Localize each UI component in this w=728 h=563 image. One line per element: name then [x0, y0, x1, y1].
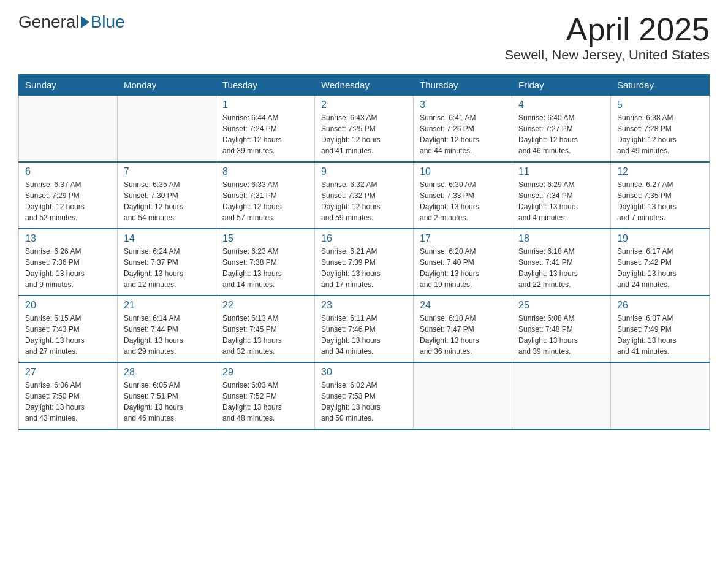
day-number: 12	[617, 166, 703, 177]
day-number: 1	[222, 99, 308, 110]
day-number: 14	[124, 233, 210, 244]
day-info: Sunrise: 6:06 AM Sunset: 7:50 PM Dayligh…	[25, 380, 111, 424]
logo[interactable]: General Blue	[18, 12, 125, 32]
logo-blue-text: Blue	[91, 12, 125, 32]
calendar-cell: 20Sunrise: 6:15 AM Sunset: 7:43 PM Dayli…	[19, 296, 118, 362]
header-wednesday: Wednesday	[315, 75, 414, 96]
calendar-cell: 26Sunrise: 6:07 AM Sunset: 7:49 PM Dayli…	[611, 296, 710, 362]
day-info: Sunrise: 6:15 AM Sunset: 7:43 PM Dayligh…	[25, 313, 111, 357]
calendar-cell: 14Sunrise: 6:24 AM Sunset: 7:37 PM Dayli…	[118, 229, 216, 296]
calendar-cell: 5Sunrise: 6:38 AM Sunset: 7:28 PM Daylig…	[611, 96, 710, 163]
calendar-cell: 23Sunrise: 6:11 AM Sunset: 7:46 PM Dayli…	[315, 296, 414, 362]
calendar-header-row: SundayMondayTuesdayWednesdayThursdayFrid…	[19, 75, 710, 96]
day-number: 27	[25, 367, 111, 378]
day-number: 15	[222, 233, 308, 244]
day-number: 22	[222, 300, 308, 311]
calendar-cell	[118, 96, 216, 163]
day-number: 26	[617, 300, 703, 311]
header-saturday: Saturday	[611, 75, 710, 96]
day-number: 5	[617, 99, 703, 110]
location-title: Sewell, New Jersey, United States	[504, 47, 710, 63]
day-number: 29	[222, 367, 308, 378]
day-info: Sunrise: 6:44 AM Sunset: 7:24 PM Dayligh…	[222, 112, 308, 156]
calendar-cell: 1Sunrise: 6:44 AM Sunset: 7:24 PM Daylig…	[216, 96, 315, 163]
day-number: 11	[518, 166, 604, 177]
calendar-cell: 29Sunrise: 6:03 AM Sunset: 7:52 PM Dayli…	[216, 362, 315, 429]
calendar-cell: 8Sunrise: 6:33 AM Sunset: 7:31 PM Daylig…	[216, 162, 315, 229]
day-number: 7	[124, 166, 210, 177]
header-friday: Friday	[512, 75, 611, 96]
calendar-cell: 4Sunrise: 6:40 AM Sunset: 7:27 PM Daylig…	[512, 96, 611, 163]
day-info: Sunrise: 6:03 AM Sunset: 7:52 PM Dayligh…	[222, 380, 308, 424]
day-number: 18	[518, 233, 604, 244]
calendar-cell: 12Sunrise: 6:27 AM Sunset: 7:35 PM Dayli…	[611, 162, 710, 229]
day-info: Sunrise: 6:05 AM Sunset: 7:51 PM Dayligh…	[124, 380, 210, 424]
day-info: Sunrise: 6:08 AM Sunset: 7:48 PM Dayligh…	[518, 313, 604, 357]
day-info: Sunrise: 6:18 AM Sunset: 7:41 PM Dayligh…	[518, 246, 604, 290]
calendar-cell: 2Sunrise: 6:43 AM Sunset: 7:25 PM Daylig…	[315, 96, 414, 163]
day-number: 4	[518, 99, 604, 110]
calendar-cell: 28Sunrise: 6:05 AM Sunset: 7:51 PM Dayli…	[118, 362, 216, 429]
day-info: Sunrise: 6:24 AM Sunset: 7:37 PM Dayligh…	[124, 246, 210, 290]
month-title: April 2025	[504, 12, 710, 47]
calendar-cell	[414, 362, 512, 429]
calendar-cell: 6Sunrise: 6:37 AM Sunset: 7:29 PM Daylig…	[19, 162, 118, 229]
calendar-cell: 24Sunrise: 6:10 AM Sunset: 7:47 PM Dayli…	[414, 296, 512, 362]
day-info: Sunrise: 6:20 AM Sunset: 7:40 PM Dayligh…	[420, 246, 506, 290]
calendar-week-row: 20Sunrise: 6:15 AM Sunset: 7:43 PM Dayli…	[19, 296, 710, 362]
day-info: Sunrise: 6:32 AM Sunset: 7:32 PM Dayligh…	[321, 179, 407, 223]
day-number: 3	[420, 99, 506, 110]
calendar-cell: 7Sunrise: 6:35 AM Sunset: 7:30 PM Daylig…	[118, 162, 216, 229]
calendar-cell: 22Sunrise: 6:13 AM Sunset: 7:45 PM Dayli…	[216, 296, 315, 362]
day-number: 19	[617, 233, 703, 244]
day-number: 23	[321, 300, 407, 311]
day-info: Sunrise: 6:23 AM Sunset: 7:38 PM Dayligh…	[222, 246, 308, 290]
calendar-cell: 3Sunrise: 6:41 AM Sunset: 7:26 PM Daylig…	[414, 96, 512, 163]
day-info: Sunrise: 6:11 AM Sunset: 7:46 PM Dayligh…	[321, 313, 407, 357]
calendar-cell: 15Sunrise: 6:23 AM Sunset: 7:38 PM Dayli…	[216, 229, 315, 296]
header-sunday: Sunday	[19, 75, 118, 96]
day-info: Sunrise: 6:02 AM Sunset: 7:53 PM Dayligh…	[321, 380, 407, 424]
day-number: 2	[321, 99, 407, 110]
day-info: Sunrise: 6:27 AM Sunset: 7:35 PM Dayligh…	[617, 179, 703, 223]
calendar-week-row: 27Sunrise: 6:06 AM Sunset: 7:50 PM Dayli…	[19, 362, 710, 429]
calendar-cell	[19, 96, 118, 163]
calendar-cell: 13Sunrise: 6:26 AM Sunset: 7:36 PM Dayli…	[19, 229, 118, 296]
day-info: Sunrise: 6:21 AM Sunset: 7:39 PM Dayligh…	[321, 246, 407, 290]
day-info: Sunrise: 6:38 AM Sunset: 7:28 PM Dayligh…	[617, 112, 703, 156]
calendar-cell	[512, 362, 611, 429]
day-info: Sunrise: 6:40 AM Sunset: 7:27 PM Dayligh…	[518, 112, 604, 156]
day-number: 25	[518, 300, 604, 311]
calendar-cell: 21Sunrise: 6:14 AM Sunset: 7:44 PM Dayli…	[118, 296, 216, 362]
day-number: 8	[222, 166, 308, 177]
day-info: Sunrise: 6:29 AM Sunset: 7:34 PM Dayligh…	[518, 179, 604, 223]
day-info: Sunrise: 6:33 AM Sunset: 7:31 PM Dayligh…	[222, 179, 308, 223]
day-number: 10	[420, 166, 506, 177]
calendar-cell: 18Sunrise: 6:18 AM Sunset: 7:41 PM Dayli…	[512, 229, 611, 296]
calendar-cell: 30Sunrise: 6:02 AM Sunset: 7:53 PM Dayli…	[315, 362, 414, 429]
day-number: 21	[124, 300, 210, 311]
day-info: Sunrise: 6:17 AM Sunset: 7:42 PM Dayligh…	[617, 246, 703, 290]
day-number: 30	[321, 367, 407, 378]
day-number: 17	[420, 233, 506, 244]
page-header: General Blue April 2025 Sewell, New Jers…	[18, 12, 710, 63]
calendar-cell: 9Sunrise: 6:32 AM Sunset: 7:32 PM Daylig…	[315, 162, 414, 229]
day-number: 28	[124, 367, 210, 378]
header-monday: Monday	[118, 75, 216, 96]
day-info: Sunrise: 6:10 AM Sunset: 7:47 PM Dayligh…	[420, 313, 506, 357]
calendar-cell: 10Sunrise: 6:30 AM Sunset: 7:33 PM Dayli…	[414, 162, 512, 229]
day-number: 24	[420, 300, 506, 311]
day-number: 6	[25, 166, 111, 177]
calendar-cell: 25Sunrise: 6:08 AM Sunset: 7:48 PM Dayli…	[512, 296, 611, 362]
calendar-cell	[611, 362, 710, 429]
calendar-cell: 27Sunrise: 6:06 AM Sunset: 7:50 PM Dayli…	[19, 362, 118, 429]
calendar-week-row: 1Sunrise: 6:44 AM Sunset: 7:24 PM Daylig…	[19, 96, 710, 163]
calendar-cell: 11Sunrise: 6:29 AM Sunset: 7:34 PM Dayli…	[512, 162, 611, 229]
day-number: 16	[321, 233, 407, 244]
day-info: Sunrise: 6:13 AM Sunset: 7:45 PM Dayligh…	[222, 313, 308, 357]
day-number: 13	[25, 233, 111, 244]
day-info: Sunrise: 6:14 AM Sunset: 7:44 PM Dayligh…	[124, 313, 210, 357]
day-info: Sunrise: 6:30 AM Sunset: 7:33 PM Dayligh…	[420, 179, 506, 223]
day-info: Sunrise: 6:07 AM Sunset: 7:49 PM Dayligh…	[617, 313, 703, 357]
calendar-cell: 17Sunrise: 6:20 AM Sunset: 7:40 PM Dayli…	[414, 229, 512, 296]
